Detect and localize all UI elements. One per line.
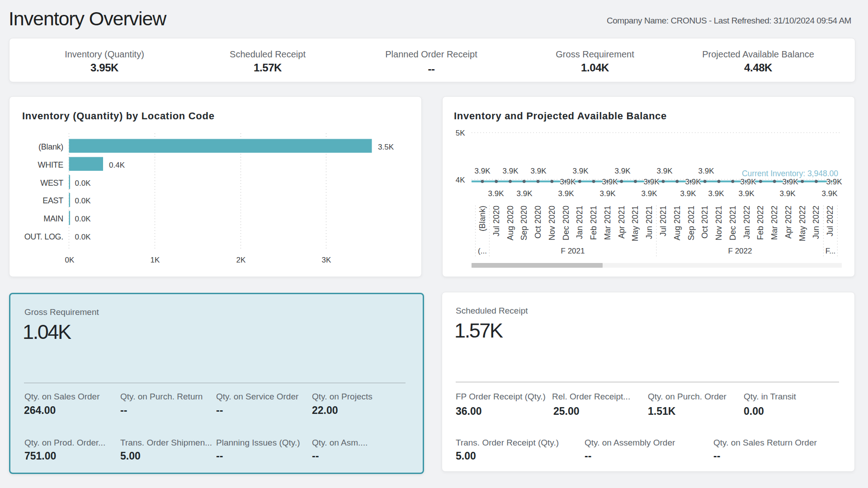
svg-text:3K: 3K xyxy=(322,256,331,264)
svg-text:0.4K: 0.4K xyxy=(109,161,125,169)
svg-text:3.9K: 3.9K xyxy=(573,167,589,175)
svg-text:3.9K: 3.9K xyxy=(642,189,658,198)
svg-text:Sep 2020: Sep 2020 xyxy=(519,206,528,240)
svg-text:Apr 2022: Apr 2022 xyxy=(784,206,793,239)
svg-text:Aug 2020: Aug 2020 xyxy=(506,206,515,240)
svg-text:3.9K: 3.9K xyxy=(517,189,533,198)
svg-text:3.9K: 3.9K xyxy=(657,167,673,175)
svg-text:3.9K: 3.9K xyxy=(602,178,618,186)
svg-text:Jul 2021: Jul 2021 xyxy=(659,206,668,236)
svg-text:Jan 2022: Jan 2022 xyxy=(742,206,751,239)
svg-text:Sep 2021: Sep 2021 xyxy=(687,206,696,240)
svg-text:Oct 2021: Oct 2021 xyxy=(700,206,709,239)
svg-text:Dec 2020: Dec 2020 xyxy=(561,206,571,240)
svg-text:Mar 2022: Mar 2022 xyxy=(770,206,779,240)
svg-text:Nov 2021: Nov 2021 xyxy=(714,206,723,240)
svg-text:0K: 0K xyxy=(65,256,75,264)
svg-text:0.0K: 0.0K xyxy=(75,233,91,241)
svg-text:3.9K: 3.9K xyxy=(615,167,631,175)
svg-text:3.9K: 3.9K xyxy=(680,189,697,198)
svg-text:3.9K: 3.9K xyxy=(600,189,616,198)
svg-text:Aug 2021: Aug 2021 xyxy=(673,206,682,240)
svg-text:WHITE: WHITE xyxy=(38,160,64,169)
svg-text:F...: F... xyxy=(826,247,836,255)
svg-text:Mar 2021: Mar 2021 xyxy=(603,206,612,240)
svg-text:3.9K: 3.9K xyxy=(685,178,702,186)
svg-text:OUT. LOG.: OUT. LOG. xyxy=(24,232,63,241)
svg-text:May 2021: May 2021 xyxy=(631,206,640,241)
svg-text:0.0K: 0.0K xyxy=(75,215,91,223)
svg-text:(Blank): (Blank) xyxy=(38,142,63,151)
svg-text:Jun 2021: Jun 2021 xyxy=(645,206,654,239)
svg-text:5K: 5K xyxy=(456,129,465,137)
svg-text:Jul 2020: Jul 2020 xyxy=(492,206,501,236)
svg-text:Oct 2020: Oct 2020 xyxy=(533,206,542,239)
svg-text:Jan 2021: Jan 2021 xyxy=(575,206,584,239)
svg-text:0.0K: 0.0K xyxy=(75,197,91,205)
svg-text:3.9K: 3.9K xyxy=(644,178,660,186)
svg-text:3.9K: 3.9K xyxy=(822,189,838,198)
svg-text:May 2022: May 2022 xyxy=(798,206,807,241)
svg-text:3.9K: 3.9K xyxy=(783,178,799,186)
svg-text:Jul 2022: Jul 2022 xyxy=(826,206,835,236)
svg-text:3.9K: 3.9K xyxy=(708,189,725,198)
svg-text:Feb 2021: Feb 2021 xyxy=(589,206,598,240)
svg-text:3.9K: 3.9K xyxy=(739,189,755,198)
svg-text:Current Inventory: 3,948.00: Current Inventory: 3,948.00 xyxy=(742,169,838,178)
svg-text:WEST: WEST xyxy=(40,178,63,188)
svg-text:Jun 2022: Jun 2022 xyxy=(811,206,821,239)
svg-text:3.9K: 3.9K xyxy=(503,167,519,175)
svg-text:3.9K: 3.9K xyxy=(780,189,796,198)
svg-text:Feb 2022: Feb 2022 xyxy=(756,206,765,240)
svg-text:0.0K: 0.0K xyxy=(75,179,91,188)
svg-text:3.9K: 3.9K xyxy=(488,189,505,198)
svg-text:(Blank): (Blank) xyxy=(478,206,487,231)
svg-text:3.9K: 3.9K xyxy=(558,189,575,198)
svg-text:3.9K: 3.9K xyxy=(560,178,576,186)
svg-text:3.9K: 3.9K xyxy=(475,167,491,175)
svg-text:F 2021: F 2021 xyxy=(561,247,585,255)
svg-text:3.9K: 3.9K xyxy=(698,167,715,175)
svg-text:2K: 2K xyxy=(236,256,246,264)
svg-text:3.9K: 3.9K xyxy=(826,178,843,186)
svg-text:1K: 1K xyxy=(151,256,160,264)
svg-text:Apr 2021: Apr 2021 xyxy=(617,206,626,239)
svg-text:EAST: EAST xyxy=(42,196,63,205)
svg-text:3.9K: 3.9K xyxy=(741,178,757,186)
svg-text:Dec 2021: Dec 2021 xyxy=(728,206,737,240)
svg-text:3.5K: 3.5K xyxy=(378,143,394,151)
svg-text:(...: (... xyxy=(478,247,487,255)
svg-text:F 2022: F 2022 xyxy=(728,247,752,255)
svg-text:MAIN: MAIN xyxy=(43,214,63,223)
svg-text:4K: 4K xyxy=(456,176,465,184)
svg-text:3.9K: 3.9K xyxy=(531,167,547,175)
svg-text:Nov 2020: Nov 2020 xyxy=(547,206,557,240)
